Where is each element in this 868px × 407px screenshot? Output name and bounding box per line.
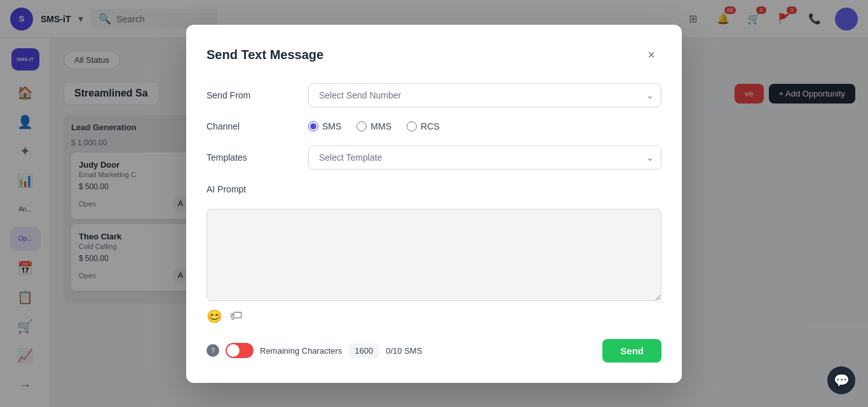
modal-header: Send Text Message × xyxy=(207,45,661,65)
emoji-icon[interactable]: 😊 xyxy=(207,309,222,324)
chat-bubble-icon: 💬 xyxy=(834,373,850,388)
channel-row: Channel SMS MMS RCS xyxy=(207,121,661,131)
remaining-toggle-slider xyxy=(226,343,254,358)
templates-select[interactable]: Select Template xyxy=(308,145,661,170)
help-icon[interactable]: ? xyxy=(207,344,219,357)
sms-radio[interactable] xyxy=(308,121,318,131)
channel-label: Channel xyxy=(207,121,308,131)
channel-mms-option[interactable]: MMS xyxy=(356,121,391,131)
rcs-label: RCS xyxy=(421,121,440,131)
channel-sms-option[interactable]: SMS xyxy=(308,121,341,131)
tag-icon[interactable]: 🏷 xyxy=(230,309,243,323)
channel-options: SMS MMS RCS xyxy=(308,121,661,131)
char-info: ? Remaining Characters 1600 0/10 SMS xyxy=(207,343,422,358)
radio-group: SMS MMS RCS xyxy=(308,121,661,131)
remaining-label: Remaining Characters xyxy=(260,346,342,356)
message-textarea[interactable] xyxy=(207,209,661,301)
modal-overlay[interactable]: Send Text Message × Send From Select Sen… xyxy=(0,0,868,407)
chat-bubble-button[interactable]: 💬 xyxy=(827,366,855,394)
send-from-label: Send From xyxy=(207,90,308,100)
mms-radio[interactable] xyxy=(356,121,367,131)
mms-label: MMS xyxy=(370,121,391,131)
send-from-wrapper: Select Send Number ⌄ xyxy=(308,83,661,107)
rcs-radio[interactable] xyxy=(407,121,417,131)
send-from-row: Send From Select Send Number ⌄ xyxy=(207,83,661,107)
modal-close-button[interactable]: × xyxy=(641,45,661,65)
sms-count: 0/10 SMS xyxy=(386,346,422,356)
message-section xyxy=(207,209,661,304)
ai-prompt-label: AI Prompt xyxy=(207,184,308,194)
modal-footer: ? Remaining Characters 1600 0/10 SMS Sen… xyxy=(207,339,661,363)
send-button[interactable]: Send xyxy=(602,339,661,363)
ai-prompt-row: AI Prompt xyxy=(207,183,661,195)
ai-prompt-toggle-wrapper xyxy=(308,183,661,195)
templates-wrapper: Select Template ⌄ xyxy=(308,145,661,170)
remaining-toggle[interactable] xyxy=(226,343,254,358)
send-from-select[interactable]: Select Send Number xyxy=(308,83,661,107)
channel-rcs-option[interactable]: RCS xyxy=(407,121,440,131)
remaining-count: 1600 xyxy=(348,344,379,358)
send-text-message-modal: Send Text Message × Send From Select Sen… xyxy=(186,25,682,383)
message-toolbar: 😊 🏷 xyxy=(207,309,661,324)
modal-title: Send Text Message xyxy=(207,48,323,62)
templates-row: Templates Select Template ⌄ xyxy=(207,145,661,170)
templates-label: Templates xyxy=(207,152,308,163)
sms-label: SMS xyxy=(322,121,341,131)
